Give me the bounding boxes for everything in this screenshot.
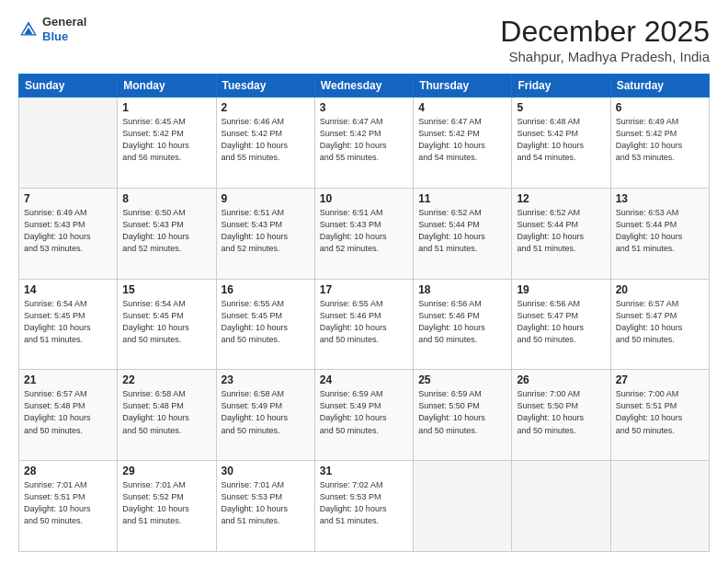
title-block: December 2025 Shahpur, Madhya Pradesh, I… <box>500 15 710 64</box>
day-number: 26 <box>517 373 605 386</box>
day-info: Sunrise: 6:47 AMSunset: 5:42 PMDaylight:… <box>320 116 408 164</box>
day-info: Sunrise: 6:46 AMSunset: 5:42 PMDaylight:… <box>222 116 310 164</box>
day-number: 11 <box>418 192 506 205</box>
calendar-cell: 18Sunrise: 6:56 AMSunset: 5:46 PMDayligh… <box>414 279 512 370</box>
day-number: 24 <box>320 373 408 386</box>
day-number: 4 <box>418 101 506 114</box>
calendar-cell: 16Sunrise: 6:55 AMSunset: 5:45 PMDayligh… <box>216 279 314 370</box>
day-number: 13 <box>616 192 704 205</box>
calendar-week-row: 21Sunrise: 6:57 AMSunset: 5:48 PMDayligh… <box>19 370 710 461</box>
calendar-cell: 22Sunrise: 6:58 AMSunset: 5:48 PMDayligh… <box>118 370 216 461</box>
day-number: 10 <box>320 192 408 205</box>
calendar-cell: 21Sunrise: 6:57 AMSunset: 5:48 PMDayligh… <box>19 370 118 461</box>
day-info: Sunrise: 6:52 AMSunset: 5:44 PMDaylight:… <box>418 207 506 255</box>
day-number: 2 <box>222 101 310 114</box>
day-number: 30 <box>222 465 310 477</box>
day-number: 5 <box>517 101 605 114</box>
day-number: 19 <box>517 283 605 296</box>
day-info: Sunrise: 7:00 AMSunset: 5:50 PMDaylight:… <box>517 388 605 436</box>
calendar-cell: 8Sunrise: 6:50 AMSunset: 5:43 PMDaylight… <box>118 188 216 279</box>
day-info: Sunrise: 6:57 AMSunset: 5:47 PMDaylight:… <box>616 298 704 346</box>
day-info: Sunrise: 6:59 AMSunset: 5:50 PMDaylight:… <box>418 388 506 436</box>
day-info: Sunrise: 6:58 AMSunset: 5:48 PMDaylight:… <box>122 388 210 436</box>
day-number: 6 <box>616 101 704 114</box>
calendar-cell: 6Sunrise: 6:49 AMSunset: 5:42 PMDaylight… <box>610 98 709 189</box>
calendar-page: General Blue December 2025 Shahpur, Madh… <box>0 0 728 563</box>
day-info: Sunrise: 6:47 AMSunset: 5:42 PMDaylight:… <box>418 116 506 164</box>
location: Shahpur, Madhya Pradesh, India <box>500 49 710 64</box>
calendar-cell <box>414 461 512 552</box>
col-header-thursday: Thursday <box>414 75 512 98</box>
calendar-cell <box>512 461 610 552</box>
day-number: 18 <box>418 283 506 296</box>
day-info: Sunrise: 6:53 AMSunset: 5:44 PMDaylight:… <box>616 207 704 255</box>
calendar-cell: 25Sunrise: 6:59 AMSunset: 5:50 PMDayligh… <box>414 370 512 461</box>
month-title: December 2025 <box>500 15 710 49</box>
day-info: Sunrise: 6:51 AMSunset: 5:43 PMDaylight:… <box>320 207 408 255</box>
calendar-cell: 30Sunrise: 7:01 AMSunset: 5:53 PMDayligh… <box>216 461 314 552</box>
calendar-cell: 26Sunrise: 7:00 AMSunset: 5:50 PMDayligh… <box>512 370 610 461</box>
day-number: 8 <box>122 192 210 205</box>
day-info: Sunrise: 6:52 AMSunset: 5:44 PMDaylight:… <box>517 207 605 255</box>
day-number: 3 <box>320 101 408 114</box>
day-info: Sunrise: 6:51 AMSunset: 5:43 PMDaylight:… <box>222 207 310 255</box>
day-info: Sunrise: 6:55 AMSunset: 5:45 PMDaylight:… <box>222 298 310 346</box>
logo-text: General Blue <box>42 15 86 43</box>
day-number: 15 <box>122 283 210 296</box>
calendar-cell: 27Sunrise: 7:00 AMSunset: 5:51 PMDayligh… <box>610 370 709 461</box>
col-header-friday: Friday <box>512 75 610 98</box>
day-info: Sunrise: 7:01 AMSunset: 5:53 PMDaylight:… <box>222 479 310 527</box>
logo: General Blue <box>18 15 86 43</box>
page-header: General Blue December 2025 Shahpur, Madh… <box>18 15 710 64</box>
day-number: 16 <box>222 283 310 296</box>
day-info: Sunrise: 6:50 AMSunset: 5:43 PMDaylight:… <box>122 207 210 255</box>
day-number: 31 <box>320 465 408 477</box>
logo-icon <box>18 19 39 40</box>
calendar-week-row: 7Sunrise: 6:49 AMSunset: 5:43 PMDaylight… <box>19 188 710 279</box>
col-header-tuesday: Tuesday <box>216 75 314 98</box>
day-number: 12 <box>517 192 605 205</box>
day-number: 29 <box>122 465 210 477</box>
day-info: Sunrise: 6:58 AMSunset: 5:49 PMDaylight:… <box>222 388 310 436</box>
day-info: Sunrise: 7:00 AMSunset: 5:51 PMDaylight:… <box>616 388 704 436</box>
logo-blue: Blue <box>42 29 86 44</box>
day-info: Sunrise: 7:01 AMSunset: 5:52 PMDaylight:… <box>122 479 210 527</box>
calendar-cell <box>19 98 118 189</box>
col-header-sunday: Sunday <box>19 75 118 98</box>
day-number: 1 <box>122 101 210 114</box>
calendar-week-row: 28Sunrise: 7:01 AMSunset: 5:51 PMDayligh… <box>19 461 710 552</box>
day-number: 21 <box>24 373 112 386</box>
calendar-cell: 11Sunrise: 6:52 AMSunset: 5:44 PMDayligh… <box>414 188 512 279</box>
col-header-wednesday: Wednesday <box>314 75 413 98</box>
day-info: Sunrise: 6:59 AMSunset: 5:49 PMDaylight:… <box>320 388 408 436</box>
day-info: Sunrise: 6:45 AMSunset: 5:42 PMDaylight:… <box>122 116 210 164</box>
calendar-cell: 31Sunrise: 7:02 AMSunset: 5:53 PMDayligh… <box>314 461 413 552</box>
calendar-cell: 20Sunrise: 6:57 AMSunset: 5:47 PMDayligh… <box>610 279 709 370</box>
day-number: 14 <box>24 283 112 296</box>
day-info: Sunrise: 6:55 AMSunset: 5:46 PMDaylight:… <box>320 298 408 346</box>
calendar-cell: 13Sunrise: 6:53 AMSunset: 5:44 PMDayligh… <box>610 188 709 279</box>
logo-general: General <box>42 15 86 29</box>
calendar-cell: 3Sunrise: 6:47 AMSunset: 5:42 PMDaylight… <box>314 98 413 189</box>
calendar-cell: 2Sunrise: 6:46 AMSunset: 5:42 PMDaylight… <box>216 98 314 189</box>
calendar-cell: 7Sunrise: 6:49 AMSunset: 5:43 PMDaylight… <box>19 188 118 279</box>
calendar-cell: 10Sunrise: 6:51 AMSunset: 5:43 PMDayligh… <box>314 188 413 279</box>
day-number: 27 <box>616 373 704 386</box>
calendar-cell: 23Sunrise: 6:58 AMSunset: 5:49 PMDayligh… <box>216 370 314 461</box>
day-number: 23 <box>222 373 310 386</box>
day-info: Sunrise: 6:54 AMSunset: 5:45 PMDaylight:… <box>24 298 112 346</box>
day-info: Sunrise: 7:01 AMSunset: 5:51 PMDaylight:… <box>24 479 112 527</box>
calendar-table: SundayMondayTuesdayWednesdayThursdayFrid… <box>18 74 710 552</box>
calendar-cell: 15Sunrise: 6:54 AMSunset: 5:45 PMDayligh… <box>118 279 216 370</box>
calendar-week-row: 1Sunrise: 6:45 AMSunset: 5:42 PMDaylight… <box>19 98 710 189</box>
day-info: Sunrise: 6:56 AMSunset: 5:46 PMDaylight:… <box>418 298 506 346</box>
calendar-cell: 24Sunrise: 6:59 AMSunset: 5:49 PMDayligh… <box>314 370 413 461</box>
day-info: Sunrise: 6:48 AMSunset: 5:42 PMDaylight:… <box>517 116 605 164</box>
calendar-week-row: 14Sunrise: 6:54 AMSunset: 5:45 PMDayligh… <box>19 279 710 370</box>
day-number: 17 <box>320 283 408 296</box>
calendar-cell <box>610 461 709 552</box>
day-info: Sunrise: 6:49 AMSunset: 5:43 PMDaylight:… <box>24 207 112 255</box>
day-number: 9 <box>222 192 310 205</box>
calendar-cell: 28Sunrise: 7:01 AMSunset: 5:51 PMDayligh… <box>19 461 118 552</box>
calendar-cell: 19Sunrise: 6:56 AMSunset: 5:47 PMDayligh… <box>512 279 610 370</box>
